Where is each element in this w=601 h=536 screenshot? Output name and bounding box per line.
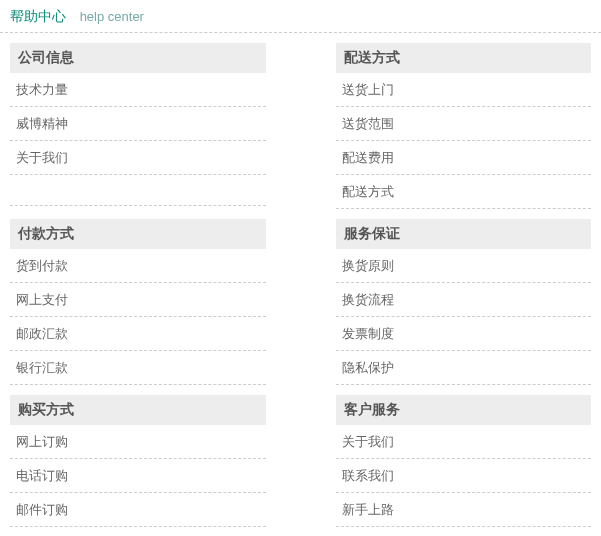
section-column: 购买方式网上订购电话订购邮件订购短信订购 [10, 395, 301, 536]
empty-row [10, 175, 266, 206]
help-link[interactable]: 联系我们 [336, 459, 592, 493]
page-header: 帮助中心 help center [0, 0, 601, 33]
page-title-cn: 帮助中心 [10, 8, 66, 24]
help-link[interactable]: 邮政汇款 [10, 317, 266, 351]
help-link[interactable]: 网上支付 [10, 283, 266, 317]
section-column: 付款方式货到付款网上支付邮政汇款银行汇款 [10, 219, 301, 385]
page-title-en: help center [80, 9, 144, 24]
help-link[interactable]: 关于我们 [336, 425, 592, 459]
help-link[interactable]: 配送方式 [336, 175, 592, 209]
help-link[interactable]: 技术力量 [10, 73, 266, 107]
section-title: 配送方式 [336, 43, 592, 73]
section-title: 购买方式 [10, 395, 266, 425]
help-link[interactable]: 换货流程 [336, 283, 592, 317]
help-link[interactable]: 电话订购 [10, 459, 266, 493]
help-link[interactable]: 送货范围 [336, 107, 592, 141]
section-column: 客户服务关于我们联系我们新手上路留言建议 [301, 395, 592, 536]
help-link[interactable]: 货到付款 [10, 249, 266, 283]
section-column: 公司信息技术力量威博精神关于我们 [10, 43, 301, 209]
help-link[interactable]: 发票制度 [336, 317, 592, 351]
help-link[interactable]: 送货上门 [336, 73, 592, 107]
help-link[interactable]: 关于我们 [10, 141, 266, 175]
help-link[interactable]: 新手上路 [336, 493, 592, 527]
section-column: 配送方式送货上门送货范围配送费用配送方式 [301, 43, 592, 209]
help-sections: 公司信息技术力量威博精神关于我们配送方式送货上门送货范围配送费用配送方式付款方式… [0, 33, 601, 536]
section-title: 服务保证 [336, 219, 592, 249]
help-link[interactable]: 短信订购 [10, 527, 266, 536]
help-link[interactable]: 留言建议 [336, 527, 592, 536]
section-title: 客户服务 [336, 395, 592, 425]
section-row: 公司信息技术力量威博精神关于我们配送方式送货上门送货范围配送费用配送方式 [10, 43, 591, 209]
help-link[interactable]: 网上订购 [10, 425, 266, 459]
help-link[interactable]: 邮件订购 [10, 493, 266, 527]
section-title: 付款方式 [10, 219, 266, 249]
help-link[interactable]: 银行汇款 [10, 351, 266, 385]
help-link[interactable]: 配送费用 [336, 141, 592, 175]
section-row: 购买方式网上订购电话订购邮件订购短信订购客户服务关于我们联系我们新手上路留言建议 [10, 395, 591, 536]
help-link[interactable]: 隐私保护 [336, 351, 592, 385]
section-row: 付款方式货到付款网上支付邮政汇款银行汇款服务保证换货原则换货流程发票制度隐私保护 [10, 219, 591, 385]
section-title: 公司信息 [10, 43, 266, 73]
help-link[interactable]: 威博精神 [10, 107, 266, 141]
help-link[interactable]: 换货原则 [336, 249, 592, 283]
section-column: 服务保证换货原则换货流程发票制度隐私保护 [301, 219, 592, 385]
